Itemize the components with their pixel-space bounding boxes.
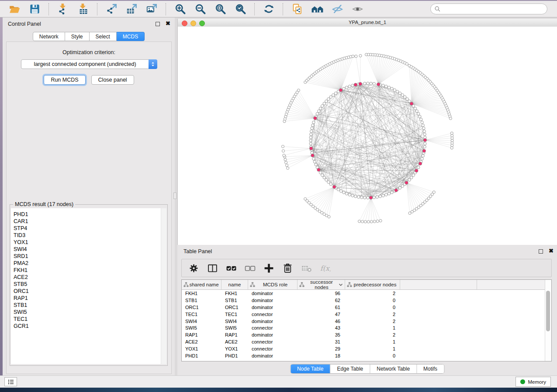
save-button[interactable] <box>27 2 42 16</box>
mcds-list-scrollbar[interactable] <box>161 208 166 364</box>
cell[interactable]: ACE2 <box>182 339 221 344</box>
cell[interactable]: dominator <box>248 319 298 324</box>
cell[interactable]: 1 <box>345 346 400 351</box>
zoom-selected-button[interactable] <box>232 2 248 16</box>
settings-button[interactable] <box>188 262 200 274</box>
cell[interactable]: dominator <box>248 332 298 337</box>
close-panel-button[interactable]: Close panel <box>91 75 134 85</box>
cell[interactable]: 43 <box>298 325 345 330</box>
tab-network[interactable]: Network <box>33 32 65 41</box>
mcds-result-item[interactable]: GCR1 <box>11 323 166 330</box>
cell[interactable]: 2 <box>345 332 400 337</box>
mcds-result-item[interactable]: PMA2 <box>11 260 166 267</box>
hide-selected-button[interactable] <box>329 2 345 16</box>
first-neighbors-button[interactable] <box>309 2 325 16</box>
cell[interactable]: PHD1 <box>182 353 221 358</box>
mcds-result-item[interactable]: PHD1 <box>11 208 166 218</box>
cell[interactable]: PHD1 <box>221 353 248 358</box>
mcds-result-item[interactable]: TID3 <box>11 232 166 239</box>
table-row[interactable]: PHD1PHD1dominator180 <box>182 352 551 359</box>
search-box[interactable] <box>430 3 547 14</box>
import-network-button[interactable] <box>55 2 71 16</box>
cell[interactable]: SWI4 <box>182 319 221 324</box>
tab-style[interactable]: Style <box>65 32 90 41</box>
tab-edge-table[interactable]: Edge Table <box>330 364 370 373</box>
cell[interactable]: connector <box>248 339 298 344</box>
cell[interactable]: connector <box>248 312 298 317</box>
refresh-button[interactable] <box>261 2 277 16</box>
cell[interactable]: SWI5 <box>221 325 248 330</box>
delete-column-button[interactable] <box>282 262 294 274</box>
cell[interactable]: SWI4 <box>221 319 248 324</box>
export-network-button[interactable] <box>104 2 119 16</box>
cell[interactable]: 2 <box>345 312 400 317</box>
column-header-predecessor-nodes[interactable]: predecessor nodes <box>345 280 400 289</box>
cell[interactable]: SWI5 <box>182 325 221 330</box>
zoom-out-button[interactable] <box>192 2 208 16</box>
cell[interactable]: 0 <box>345 305 400 310</box>
cell[interactable]: FKH1 <box>182 291 221 296</box>
column-header-successor-nodes[interactable]: successor nodes <box>298 280 345 289</box>
table-row[interactable]: SWI4SWI4dominator462 <box>182 318 551 325</box>
table-row[interactable]: FKH1FKH1dominator962 <box>182 290 551 297</box>
cell[interactable]: 2 <box>345 319 400 324</box>
float-panel-icon[interactable] <box>156 22 160 26</box>
mcds-result-item[interactable]: TEC1 <box>11 316 166 323</box>
cell[interactable]: 31 <box>298 339 345 344</box>
split-columns-button[interactable] <box>207 262 219 274</box>
float-table-panel-icon[interactable] <box>539 249 543 254</box>
column-header-MCDS-role[interactable]: MCDS role <box>248 280 298 289</box>
show-all-button[interactable] <box>349 2 365 16</box>
cell[interactable]: 35 <box>298 332 345 337</box>
cell[interactable]: 0 <box>345 298 400 303</box>
mcds-result-item[interactable]: CAR1 <box>11 218 166 225</box>
table-row[interactable]: SWI5SWI5connector431 <box>182 324 551 331</box>
mcds-result-item[interactable]: ORC1 <box>11 288 166 295</box>
cell[interactable]: TEC1 <box>182 312 221 317</box>
mcds-result-item[interactable]: RAP1 <box>11 295 166 302</box>
cell[interactable]: 46 <box>298 319 345 324</box>
cell[interactable]: ACE2 <box>221 339 248 344</box>
table-row[interactable]: ACE2ACE2connector311 <box>182 338 551 345</box>
mcds-result-item[interactable]: ACE2 <box>11 274 166 281</box>
open-folder-button[interactable] <box>7 2 22 16</box>
mcds-result-item[interactable]: SRD1 <box>11 253 166 260</box>
column-header-name[interactable]: name <box>221 280 248 289</box>
cell[interactable]: YOX1 <box>182 346 221 351</box>
cell[interactable]: TEC1 <box>221 312 248 317</box>
cell[interactable]: ORC1 <box>221 305 248 310</box>
table-row[interactable]: YOX1YOX1connector291 <box>182 345 551 352</box>
split-pane-handle[interactable] <box>173 193 176 199</box>
select-all-button[interactable] <box>225 262 238 274</box>
cell[interactable]: dominator <box>248 298 298 303</box>
search-input[interactable] <box>443 4 547 14</box>
cell[interactable]: STB1 <box>182 298 221 303</box>
close-panel-icon[interactable]: ✖ <box>166 20 170 27</box>
cell[interactable]: 18 <box>298 353 345 358</box>
tab-node-table[interactable]: Node Table <box>291 364 330 373</box>
cell[interactable]: connector <box>248 346 298 351</box>
cell[interactable]: 47 <box>298 312 345 317</box>
memory-button[interactable]: Memory <box>515 377 551 387</box>
mcds-result-item[interactable]: FKH1 <box>11 267 166 274</box>
cell[interactable]: RAP1 <box>221 332 248 337</box>
cell[interactable]: 1 <box>345 339 400 344</box>
cell[interactable]: 62 <box>298 298 345 303</box>
network-canvas[interactable] <box>178 27 557 245</box>
run-mcds-button[interactable]: Run MCDS <box>44 75 85 85</box>
tab-mcds[interactable]: MCDS <box>117 32 145 41</box>
cell[interactable]: 2 <box>345 291 400 296</box>
cell[interactable]: 1 <box>345 325 400 330</box>
cell[interactable]: RAP1 <box>182 332 221 337</box>
add-column-button[interactable] <box>263 262 275 274</box>
task-history-button[interactable] <box>4 377 17 386</box>
cell[interactable]: 0 <box>345 353 400 358</box>
tab-motifs[interactable]: Motifs <box>416 364 444 373</box>
column-header-shared-name[interactable]: shared name <box>182 280 221 289</box>
cell[interactable]: 96 <box>298 291 345 296</box>
close-table-panel-icon[interactable]: ✖ <box>549 248 554 254</box>
table-row[interactable]: RAP1RAP1dominator352 <box>182 331 551 338</box>
cell[interactable]: 29 <box>298 346 345 351</box>
deselect-all-button[interactable] <box>244 262 256 274</box>
mcds-result-item[interactable]: STB1 <box>11 302 166 309</box>
